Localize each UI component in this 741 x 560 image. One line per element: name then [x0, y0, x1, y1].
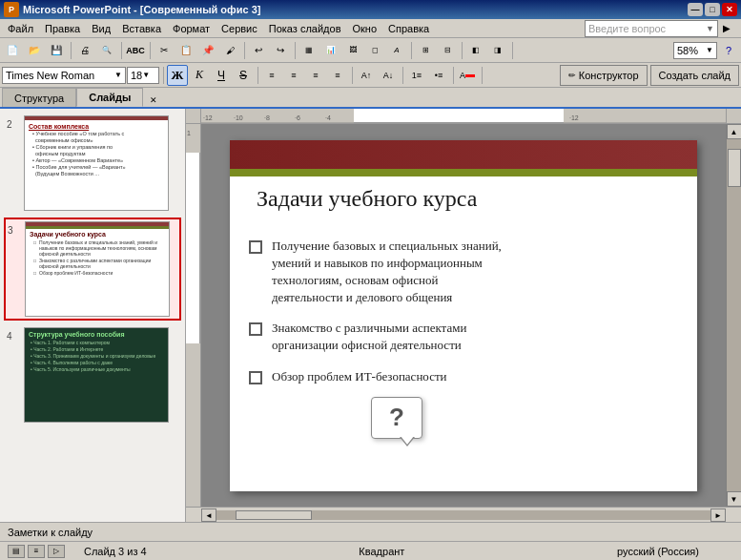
bullets-button[interactable]: •≡ — [428, 65, 449, 86]
tab-slides[interactable]: Слайды — [76, 88, 143, 107]
bullet-2: Знакомство с различными аспектамиорганиз… — [249, 320, 682, 354]
copy-button[interactable]: 📋 — [175, 40, 196, 61]
slide-accent-bar — [230, 169, 697, 176]
strikethrough-button[interactable]: S — [233, 65, 254, 86]
cut-button[interactable]: ✂ — [154, 40, 175, 61]
scroll-left-button[interactable]: ◄ — [201, 508, 216, 522]
svg-text:·12: ·12 — [203, 114, 213, 121]
resize-grip — [718, 545, 733, 558]
menu-tools[interactable]: Сервис — [216, 21, 263, 36]
scroll-thumb-h[interactable] — [236, 510, 312, 520]
numbering-button[interactable]: 1≡ — [406, 65, 427, 86]
new-slide-button[interactable]: Создать слайд — [650, 65, 739, 86]
align-left-text-button[interactable]: ≡ — [261, 65, 282, 86]
scroll-track-h[interactable] — [216, 510, 710, 520]
align-right-button[interactable]: ◨ — [487, 40, 508, 61]
menu-slideshow[interactable]: Показ слайдов — [263, 21, 347, 36]
menu-edit[interactable]: Правка — [39, 21, 86, 36]
scroll-thumb-v[interactable] — [728, 149, 741, 187]
font-name-value: Times New Roman — [6, 70, 94, 81]
horizontal-scrollbar[interactable]: ◄ ► — [201, 508, 726, 522]
minimize-button[interactable]: — — [688, 3, 703, 16]
main-slide: Задачи учебного курса Получение базовых … — [230, 140, 697, 491]
help-search-button[interactable]: ▶ — [718, 18, 735, 39]
slide-info: Слайд 3 из 4 — [84, 546, 147, 557]
menu-help[interactable]: Справка — [382, 21, 435, 36]
title-bar: P Microsoft PowerPoint - [Современный оф… — [0, 0, 741, 19]
redo-button[interactable]: ↪ — [270, 40, 291, 61]
expand-button[interactable]: ⊞ — [415, 40, 436, 61]
save-button[interactable]: 💾 — [46, 40, 67, 61]
scroll-down-button[interactable]: ▼ — [727, 491, 742, 507]
align-left-button[interactable]: ◧ — [465, 40, 486, 61]
font-size-select[interactable]: 18 ▼ — [127, 67, 159, 84]
help-search-box[interactable]: Введите вопрос ▼ — [585, 20, 718, 37]
maximize-button[interactable]: □ — [705, 3, 720, 16]
bold-button[interactable]: Ж — [167, 65, 188, 86]
bullet-1: Получение базовых и специальных знаний,у… — [249, 238, 682, 307]
increase-font-button[interactable]: A↑ — [356, 65, 377, 86]
insert-table-button[interactable]: ▦ — [298, 40, 319, 61]
tab-structure[interactable]: Структура — [2, 88, 76, 107]
bullet-icon-1 — [249, 240, 262, 254]
panel-close-button[interactable]: ✕ — [147, 93, 160, 107]
spell-check-button[interactable]: ABC — [125, 40, 146, 61]
standard-toolbar: 📄 📂 💾 🖨 🔍 ABC ✂ 📋 📌 🖌 ↩ ↪ ▦ 📊 🖼 ◻ A ⊞ ⊟ … — [0, 38, 741, 63]
svg-text:1: 1 — [187, 130, 191, 136]
slide-panel: 2 Состав комплекса • Учебное пособие «О … — [0, 109, 186, 522]
new-slide-label: Создать слайд — [659, 70, 731, 81]
scroll-up-button[interactable]: ▲ — [727, 124, 742, 139]
menu-format[interactable]: Формат — [167, 21, 216, 36]
insert-shape-button[interactable]: ◻ — [364, 40, 385, 61]
open-button[interactable]: 📂 — [24, 40, 45, 61]
font-name-select[interactable]: Times New Roman ▼ — [2, 67, 126, 84]
svg-text:·10: ·10 — [234, 114, 243, 121]
menu-view[interactable]: Вид — [86, 21, 116, 36]
window-title: Microsoft PowerPoint - [Современный офис… — [23, 4, 260, 15]
new-button[interactable]: 📄 — [2, 40, 23, 61]
align-right-text-button[interactable]: ≡ — [305, 65, 326, 86]
horizontal-ruler: ·12·10·8 ·6·4·2 ·124 68·10 ·12 — [201, 109, 726, 124]
scrollbar-corner-right — [726, 508, 741, 522]
slide-thumbnail-2[interactable]: 2 Состав комплекса • Учебное пособие «О … — [4, 113, 181, 214]
close-button[interactable]: ✕ — [722, 3, 737, 16]
view-tabs: Структура Слайды ✕ — [0, 88, 741, 109]
outline-view-icon[interactable]: ≡ — [28, 545, 45, 558]
paste-button[interactable]: 📌 — [197, 40, 218, 61]
font-color-button[interactable]: A — [457, 65, 478, 86]
vertical-ruler: 123 456 78 — [186, 124, 201, 507]
menu-window[interactable]: Окно — [347, 21, 383, 36]
insert-chart-button[interactable]: 📊 — [320, 40, 341, 61]
underline-button[interactable]: Ч — [211, 65, 232, 86]
normal-view-icon[interactable]: ▤ — [8, 545, 25, 558]
menu-insert[interactable]: Вставка — [116, 21, 167, 36]
menu-bar: Файл Правка Вид Вставка Формат Сервис По… — [0, 19, 741, 38]
italic-button[interactable]: К — [189, 65, 210, 86]
insert-wordart-button[interactable]: A — [386, 40, 407, 61]
print-button[interactable]: 🖨 — [74, 40, 95, 61]
align-center-text-button[interactable]: ≡ — [283, 65, 304, 86]
svg-text:·12: ·12 — [569, 114, 579, 121]
slide-thumbnail-3[interactable]: 3 Задачи учебного курса □Получение базов… — [4, 218, 181, 321]
insert-image-button[interactable]: 🖼 — [342, 40, 363, 61]
callout-tail-inner — [401, 436, 414, 445]
justify-text-button[interactable]: ≡ — [327, 65, 348, 86]
horizontal-scrollbar-row: ◄ ► — [186, 507, 741, 522]
slideshow-view-icon[interactable]: ▷ — [48, 545, 65, 558]
format-painter-button[interactable]: 🖌 — [219, 40, 240, 61]
help-button[interactable]: ? — [718, 40, 739, 61]
decrease-font-button[interactable]: A↓ — [378, 65, 399, 86]
zoom-select[interactable]: 58% ▼ — [673, 42, 717, 59]
menu-file[interactable]: Файл — [2, 21, 39, 36]
svg-text:·6: ·6 — [295, 114, 300, 121]
notes-label: Заметки к слайду — [8, 527, 93, 538]
print-preview-button[interactable]: 🔍 — [96, 40, 117, 61]
slide-canvas: Задачи учебного курса Получение базовых … — [201, 124, 726, 507]
scroll-track-v[interactable] — [727, 139, 742, 491]
undo-button[interactable]: ↩ — [248, 40, 269, 61]
designer-button[interactable]: ✏ Конструктор — [560, 65, 648, 86]
collapse-button[interactable]: ⊟ — [437, 40, 458, 61]
bullet-icon-3 — [249, 371, 262, 384]
slide-thumbnail-4[interactable]: 4 Структура учебного пособия • Часть 1. … — [4, 324, 181, 425]
scroll-right-button[interactable]: ► — [710, 508, 726, 522]
